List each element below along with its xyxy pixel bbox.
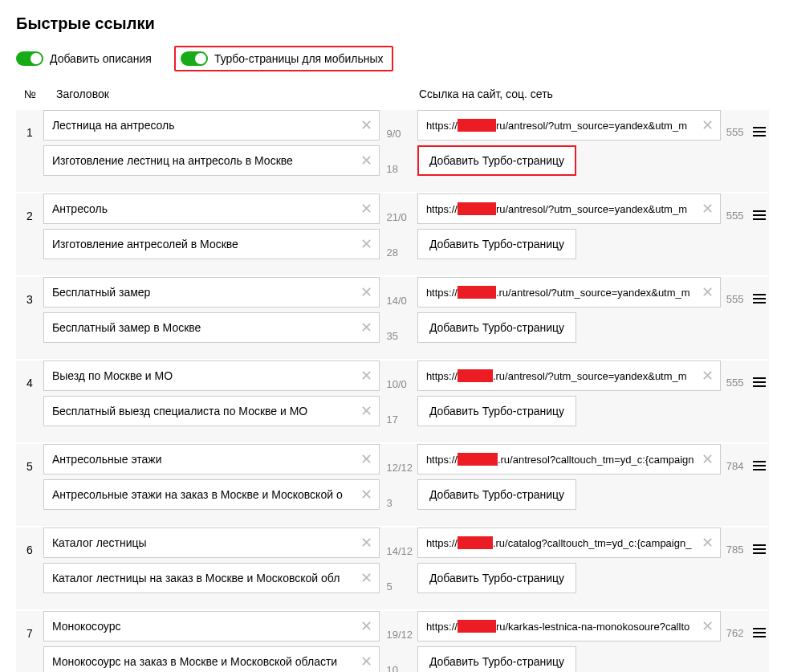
clear-icon[interactable]: ✕ bbox=[360, 118, 372, 132]
add-turbo-button[interactable]: Добавить Турбо-страницу bbox=[417, 646, 576, 672]
description-text: Монокосоурс на заказ в Москве и Московск… bbox=[52, 655, 356, 668]
clear-icon[interactable]: ✕ bbox=[360, 654, 372, 669]
description-input[interactable]: Изготовление лестниц на антресоль в Моск… bbox=[43, 145, 380, 176]
description-input[interactable]: Бесплатный выезд специалиста по Москве и… bbox=[43, 396, 380, 426]
menu-icon[interactable] bbox=[753, 124, 766, 139]
description-counter: 10 bbox=[386, 654, 417, 672]
clear-icon[interactable]: ✕ bbox=[702, 369, 714, 383]
col-header-num: № bbox=[16, 88, 56, 100]
clear-icon[interactable]: ✕ bbox=[360, 571, 372, 585]
url-input[interactable]: https://ru/karkas-lestnica-na-monokosour… bbox=[417, 611, 721, 641]
menu-icon[interactable] bbox=[753, 375, 766, 389]
redacted-block bbox=[458, 369, 493, 382]
title-input[interactable]: Выезд по Москве и МО✕ bbox=[43, 360, 380, 391]
clear-icon[interactable]: ✕ bbox=[702, 536, 714, 550]
row-number: 6 bbox=[16, 527, 43, 609]
clear-icon[interactable]: ✕ bbox=[702, 285, 714, 299]
clear-icon[interactable]: ✕ bbox=[360, 369, 372, 383]
clear-icon[interactable]: ✕ bbox=[702, 202, 714, 216]
link-counter: 555 bbox=[721, 277, 749, 359]
clear-icon[interactable]: ✕ bbox=[360, 153, 372, 168]
title-counter: 9/0 bbox=[386, 118, 417, 149]
url-input[interactable]: https://.ru/catalog?calltouch_tm=yd_c:{c… bbox=[417, 527, 721, 558]
clear-icon[interactable]: ✕ bbox=[702, 452, 714, 466]
url-input[interactable]: https://ru/antresol/?utm_source=yandex&u… bbox=[417, 110, 721, 141]
menu-icon[interactable] bbox=[753, 291, 766, 306]
description-counter: 28 bbox=[386, 237, 417, 267]
add-turbo-button[interactable]: Добавить Турбо-страницу bbox=[417, 479, 576, 510]
menu-icon[interactable] bbox=[753, 625, 766, 640]
url-suffix: .ru/antresol?calltouch_tm=yd_c:{campaign bbox=[498, 454, 697, 466]
redacted-block bbox=[458, 620, 496, 633]
url-prefix: https:// bbox=[426, 454, 458, 466]
description-text: Бесплатный выезд специалиста по Москве и… bbox=[52, 405, 356, 417]
description-counter: 35 bbox=[386, 320, 417, 351]
title-input[interactable]: Бесплатный замер✕ bbox=[43, 277, 380, 307]
clear-icon[interactable]: ✕ bbox=[360, 452, 372, 466]
quicklink-row: 4Выезд по Москве и МО✕Бесплатный выезд с… bbox=[16, 360, 769, 442]
description-input[interactable]: Каталог лестницы на заказ в Москве и Мос… bbox=[43, 563, 380, 593]
description-input[interactable]: Монокосоурс на заказ в Москве и Московск… bbox=[43, 646, 380, 672]
menu-icon[interactable] bbox=[753, 542, 766, 556]
clear-icon[interactable]: ✕ bbox=[360, 404, 372, 418]
url-input[interactable]: https://.ru/antresol/?utm_source=yandex&… bbox=[417, 360, 721, 391]
url-input[interactable]: https://.ru/antresol/?utm_source=yandex&… bbox=[417, 277, 721, 307]
link-counter: 555 bbox=[721, 360, 749, 442]
description-input[interactable]: Бесплатный замер в Москве✕ bbox=[43, 312, 380, 343]
url-suffix: .ru/antresol/?utm_source=yandex&utm_m bbox=[493, 370, 697, 382]
clear-icon[interactable]: ✕ bbox=[360, 487, 372, 502]
description-text: Изготовление антресолей в Москве bbox=[52, 238, 356, 250]
description-counter: 3 bbox=[386, 487, 417, 518]
title-input[interactable]: Антресоль✕ bbox=[43, 193, 380, 224]
title-counter: 14/12 bbox=[386, 536, 417, 566]
clear-icon[interactable]: ✕ bbox=[360, 320, 372, 335]
quicklink-row: 2Антресоль✕Изготовление антресолей в Мос… bbox=[16, 193, 769, 275]
redacted-block bbox=[458, 286, 496, 299]
clear-icon[interactable]: ✕ bbox=[360, 202, 372, 216]
title-counter: 21/0 bbox=[386, 202, 417, 232]
url-prefix: https:// bbox=[426, 370, 458, 382]
menu-icon[interactable] bbox=[753, 208, 766, 222]
redacted-block bbox=[458, 202, 496, 215]
toggle-descriptions[interactable] bbox=[16, 51, 43, 66]
turbo-highlight-box: Турбо-страницы для мобильных bbox=[174, 46, 393, 71]
add-turbo-button[interactable]: Добавить Турбо-страницу bbox=[417, 563, 576, 593]
clear-icon[interactable]: ✕ bbox=[702, 619, 714, 633]
link-counter: 784 bbox=[721, 444, 749, 526]
clear-icon[interactable]: ✕ bbox=[702, 118, 714, 132]
add-turbo-button[interactable]: Добавить Турбо-страницу bbox=[417, 396, 576, 426]
description-input[interactable]: Изготовление антресолей в Москве✕ bbox=[43, 229, 380, 259]
redacted-block bbox=[458, 119, 496, 132]
title-input[interactable]: Монокосоурс✕ bbox=[43, 611, 380, 641]
title-text: Лестница на антресоль bbox=[52, 119, 356, 132]
link-counter: 785 bbox=[721, 527, 749, 609]
clear-icon[interactable]: ✕ bbox=[360, 285, 372, 299]
redacted-block bbox=[458, 453, 498, 466]
toggle-descriptions-label: Добавить описания bbox=[50, 52, 152, 65]
clear-icon[interactable]: ✕ bbox=[360, 536, 372, 550]
clear-icon[interactable]: ✕ bbox=[360, 237, 372, 251]
toggle-descriptions-wrap: Добавить описания bbox=[16, 51, 152, 66]
title-input[interactable]: Каталог лестницы✕ bbox=[43, 527, 380, 558]
title-counter: 12/12 bbox=[386, 452, 417, 483]
title-input[interactable]: Лестница на антресоль✕ bbox=[43, 110, 380, 141]
description-text: Антресольные этажи на заказ в Москве и М… bbox=[52, 488, 356, 501]
description-text: Каталог лестницы на заказ в Москве и Мос… bbox=[52, 572, 356, 584]
description-counter: 18 bbox=[386, 153, 417, 184]
row-number: 4 bbox=[16, 360, 43, 442]
add-turbo-button[interactable]: Добавить Турбо-страницу bbox=[417, 145, 576, 176]
col-header-title: Заголовок bbox=[56, 88, 401, 100]
menu-icon[interactable] bbox=[753, 458, 766, 473]
description-text: Бесплатный замер в Москве bbox=[52, 321, 356, 334]
url-suffix: ru/antresol/?utm_source=yandex&utm_m bbox=[496, 120, 697, 132]
url-input[interactable]: https://ru/antresol/?utm_source=yandex&u… bbox=[417, 193, 721, 224]
row-number: 7 bbox=[16, 611, 43, 672]
url-input[interactable]: https://.ru/antresol?calltouch_tm=yd_c:{… bbox=[417, 444, 721, 474]
add-turbo-button[interactable]: Добавить Турбо-страницу bbox=[417, 229, 576, 259]
title-text: Монокосоурс bbox=[52, 620, 356, 633]
clear-icon[interactable]: ✕ bbox=[360, 619, 372, 633]
toggle-turbo[interactable] bbox=[181, 51, 208, 66]
add-turbo-button[interactable]: Добавить Турбо-страницу bbox=[417, 312, 576, 343]
description-input[interactable]: Антресольные этажи на заказ в Москве и М… bbox=[43, 479, 380, 510]
title-input[interactable]: Антресольные этажи✕ bbox=[43, 444, 380, 474]
